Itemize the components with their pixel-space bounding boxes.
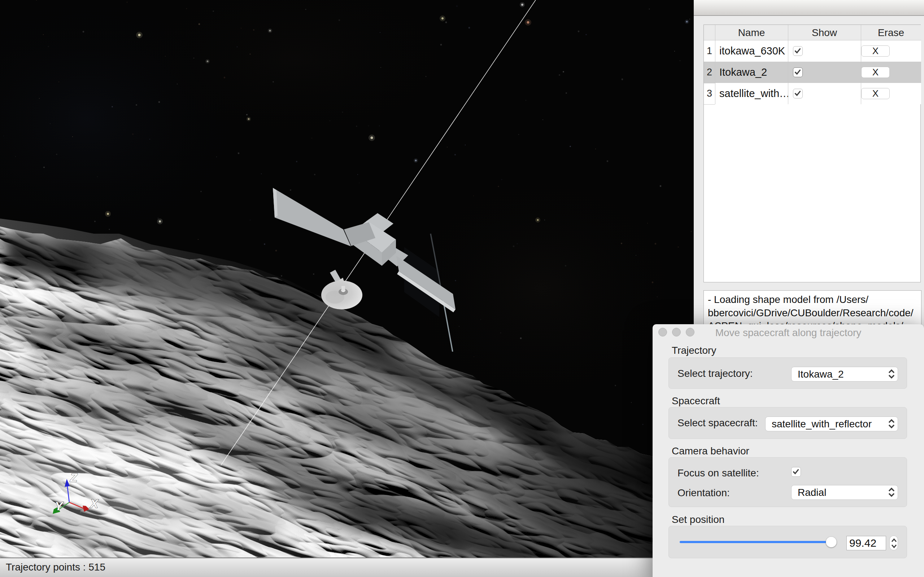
svg-text:Z: Z bbox=[69, 471, 78, 484]
svg-text:Y: Y bbox=[55, 500, 64, 513]
svg-text:X: X bbox=[89, 497, 99, 510]
